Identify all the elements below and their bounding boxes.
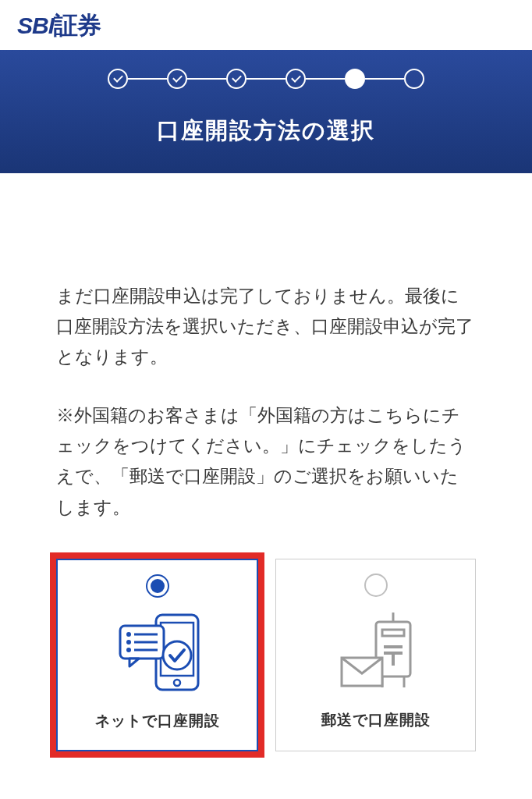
brand-logo: SBI 証券 (17, 9, 515, 42)
step-3 (226, 69, 246, 89)
step-6 (404, 69, 424, 89)
svg-point-6 (126, 640, 131, 645)
svg-point-2 (174, 680, 180, 686)
hero-banner: 口座開設方法の選択 (0, 50, 532, 173)
step-connector (128, 78, 167, 80)
option-net-label: ネットで口座開設 (66, 711, 249, 731)
radio-selected-icon (146, 574, 169, 598)
step-connector (246, 78, 286, 80)
step-connector (306, 78, 345, 80)
instruction-paragraph-2: ※外国籍のお客さまは「外国籍の方はこちらにチェックをつけてください。」にチェック… (56, 400, 476, 522)
step-5-current (345, 69, 365, 89)
app-header: SBI 証券 (0, 0, 532, 50)
main-content: まだ口座開設申込は完了しておりません。最後に口座開設方法を選択いただき、口座開設… (0, 173, 532, 775)
logo-text-en: SBI (17, 12, 54, 39)
postbox-envelope-icon (284, 608, 467, 698)
method-options: ネットで口座開設 (56, 559, 476, 751)
svg-rect-13 (382, 630, 404, 636)
svg-point-4 (126, 632, 131, 637)
step-2 (167, 69, 187, 89)
option-mail-label: 郵送で口座開設 (284, 710, 467, 730)
logo-text-jp: 証券 (54, 9, 101, 42)
option-mail[interactable]: 郵送で口座開設 (275, 559, 476, 751)
step-connector (365, 78, 404, 80)
instruction-paragraph-1: まだ口座開設申込は完了しておりません。最後に口座開設方法を選択いただき、口座開設… (56, 281, 476, 372)
step-connector (187, 78, 226, 80)
step-4 (286, 69, 306, 89)
radio-unselected-icon (364, 574, 388, 597)
page-title: 口座開設方法の選択 (0, 115, 532, 147)
option-net[interactable]: ネットで口座開設 (56, 559, 258, 751)
progress-stepper (0, 69, 532, 89)
smartphone-checklist-icon (66, 609, 249, 698)
step-1 (108, 69, 128, 89)
svg-point-10 (163, 641, 191, 669)
svg-point-8 (126, 648, 131, 652)
